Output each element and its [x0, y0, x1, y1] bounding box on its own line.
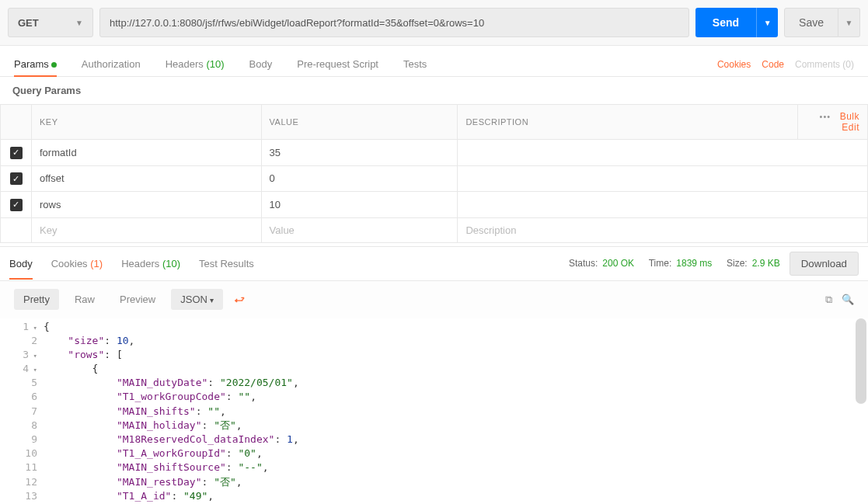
view-raw[interactable]: Raw — [65, 289, 104, 310]
copy-icon[interactable]: ⧉ — [825, 294, 832, 306]
view-preview[interactable]: Preview — [110, 289, 165, 310]
param-value[interactable]: 0 — [261, 165, 458, 192]
time-value: 1839 ms — [676, 258, 712, 269]
view-format-select[interactable]: JSON — [171, 289, 222, 310]
param-desc-placeholder[interactable]: Description — [458, 217, 868, 242]
param-desc[interactable] — [458, 192, 868, 218]
response-code-viewer[interactable]: 12345678910111213141516171819 { "size": … — [0, 318, 868, 505]
param-value[interactable]: 10 — [261, 192, 458, 218]
query-params-title: Query Params — [0, 77, 868, 104]
tab-tests[interactable]: Tests — [403, 52, 427, 76]
col-desc: DESCRIPTION — [458, 105, 798, 140]
tab-params[interactable]: Params — [14, 52, 57, 76]
url-input[interactable] — [99, 8, 689, 37]
table-row-new: Key Value Description — [1, 217, 868, 242]
params-indicator-dot — [51, 62, 57, 68]
param-key-placeholder[interactable]: Key — [32, 217, 262, 242]
status-value: 200 OK — [602, 258, 634, 269]
col-key: KEY — [32, 105, 262, 140]
row-checkbox[interactable] — [10, 199, 23, 211]
chevron-down-icon: ▼ — [75, 19, 83, 27]
size-value: 2.9 KB — [752, 258, 780, 269]
param-desc[interactable] — [458, 140, 868, 166]
param-key[interactable]: rows — [32, 192, 262, 218]
table-row: rows 10 — [1, 192, 868, 218]
col-value: VALUE — [261, 105, 458, 140]
link-cookies[interactable]: Cookies — [717, 59, 751, 70]
save-dropdown[interactable]: ▼ — [838, 8, 860, 37]
save-button[interactable]: Save — [784, 8, 838, 37]
table-row: formatId 35 — [1, 140, 868, 166]
download-button[interactable]: Download — [790, 252, 859, 276]
search-icon[interactable]: 🔍 — [842, 294, 854, 306]
link-comments[interactable]: Comments (0) — [795, 59, 854, 70]
param-value[interactable]: 35 — [261, 140, 458, 166]
wrap-lines-icon[interactable]: ⮐ — [229, 289, 251, 311]
param-desc[interactable] — [458, 165, 868, 192]
bulk-edit-link[interactable]: Bulk Edit — [840, 111, 859, 133]
resp-tab-headers[interactable]: Headers (10) — [121, 253, 180, 274]
table-row: offset 0 — [1, 165, 868, 192]
resp-tab-tests[interactable]: Test Results — [199, 253, 254, 274]
tab-prerequest[interactable]: Pre-request Script — [297, 52, 378, 76]
tab-body[interactable]: Body — [249, 52, 273, 76]
method-select[interactable]: GET ▼ — [8, 8, 93, 37]
param-key[interactable]: formatId — [32, 140, 262, 166]
response-status-bar: Status:200 OK Time:1839 ms Size:2.9 KB — [569, 258, 780, 269]
tab-authorization[interactable]: Authorization — [82, 52, 141, 76]
query-params-table: KEY VALUE DESCRIPTION ••• Bulk Edit form… — [0, 104, 868, 243]
param-value-placeholder[interactable]: Value — [261, 217, 458, 242]
tab-headers[interactable]: Headers (10) — [166, 52, 225, 76]
send-button[interactable]: Send — [695, 8, 756, 37]
resp-tab-body[interactable]: Body — [9, 253, 33, 274]
row-checkbox[interactable] — [10, 147, 23, 159]
view-pretty[interactable]: Pretty — [14, 289, 59, 310]
method-label: GET — [18, 17, 39, 29]
row-checkbox[interactable] — [10, 172, 23, 185]
send-dropdown[interactable]: ▼ — [756, 8, 778, 37]
param-key[interactable]: offset — [32, 165, 262, 192]
more-icon[interactable]: ••• — [820, 112, 831, 121]
link-code[interactable]: Code — [762, 59, 784, 70]
scrollbar-thumb[interactable] — [856, 318, 866, 404]
resp-tab-cookies[interactable]: Cookies (1) — [51, 253, 103, 274]
